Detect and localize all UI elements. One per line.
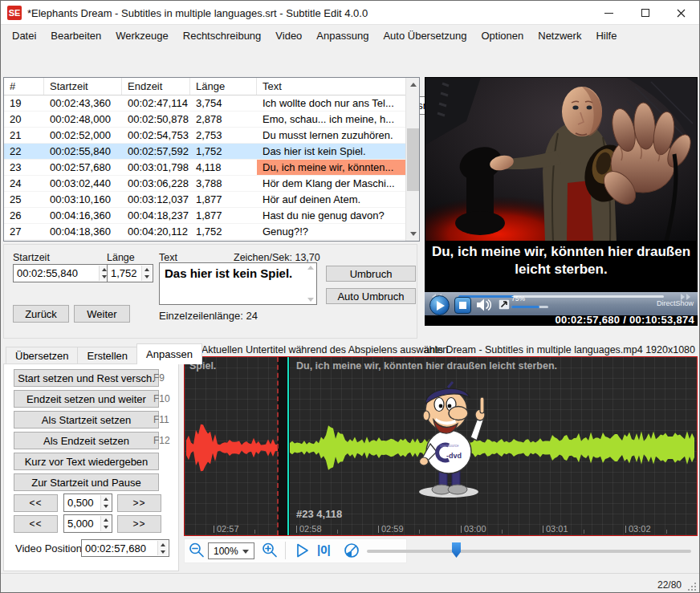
play-button[interactable]: [429, 295, 450, 315]
video-subtitle-overlay: Du, ich meine wir, könnten hier draußen …: [425, 243, 698, 279]
video-controls: 75% DirectShow: [425, 292, 698, 315]
time-tick: 03:00: [461, 524, 486, 534]
waveform-zoom-select[interactable]: 100%: [208, 542, 254, 559]
minimize-button[interactable]: [591, 1, 627, 25]
small-step-input[interactable]: 0,500: [63, 493, 112, 512]
set-start-button[interactable]: Als Startzeit setzen: [14, 411, 159, 429]
col-duration[interactable]: Länge: [190, 78, 257, 95]
menu-auto-uebersetzung[interactable]: Auto Übersetzung: [376, 26, 474, 45]
renderer-label: DirectShow: [657, 299, 694, 307]
large-step-input[interactable]: 5,000: [63, 514, 112, 533]
duration-input[interactable]: 1,752: [107, 264, 153, 282]
menu-video[interactable]: Video: [268, 26, 309, 45]
menu-bearbeiten[interactable]: Bearbeiten: [43, 26, 108, 45]
close-icon: [677, 9, 686, 18]
hotkey-label: F10: [153, 390, 174, 408]
svg-text:opensource: opensource: [440, 444, 459, 448]
table-row[interactable]: 2000:02:48,00000:02:50,8782,878Emo, scha…: [4, 112, 419, 128]
video-seek-bar[interactable]: [458, 295, 664, 298]
menu-datei[interactable]: Datei: [5, 26, 43, 45]
col-end[interactable]: Endzeit: [122, 78, 190, 95]
play-before-text-button[interactable]: Kurz vor Text wiedergeben: [14, 453, 159, 470]
table-row[interactable]: 2400:03:02,44000:03:06,2283,788Hör dem K…: [4, 176, 419, 192]
list-scrollbar[interactable]: [405, 78, 419, 241]
status-bar: 22/80: [1, 573, 699, 593]
col-start[interactable]: Startzeit: [44, 78, 122, 95]
table-row[interactable]: 2500:03:10,16000:03:12,0371,877Hör auf d…: [4, 192, 419, 208]
maximize-button[interactable]: [627, 1, 663, 25]
menu-hilfe[interactable]: Hilfe: [588, 26, 624, 45]
go-to-start-pause-button[interactable]: Zur Startzeit und Pause: [14, 473, 159, 491]
previous-button[interactable]: Zurück: [13, 305, 69, 323]
resize-grip[interactable]: [694, 589, 696, 591]
title-bar: SE *Elephants Dream - Subtitles in multi…: [1, 1, 699, 25]
step-forward-small-button[interactable]: >>: [117, 494, 161, 512]
menu-rechtschreibung[interactable]: Rechtschreibung: [176, 26, 269, 45]
tab-uebersetzen[interactable]: Übersetzen: [6, 347, 78, 364]
spinner[interactable]: [100, 516, 111, 531]
menu-werkzeuge[interactable]: Werkzeuge: [108, 26, 176, 45]
table-row[interactable]: 2600:04:16,36000:04:18,2371,877Hast du n…: [4, 208, 419, 224]
stop-button[interactable]: [454, 297, 471, 314]
chars-per-second-label: Zeichen/Sek: 13,70: [234, 252, 320, 263]
separator: [285, 542, 286, 559]
hotkey-label: F12: [153, 432, 174, 449]
set-start-shift-rest-button[interactable]: Start setzen und Rest versch.: [14, 369, 159, 387]
scroll-down-icon[interactable]: [406, 227, 420, 241]
app-icon: SE: [7, 6, 22, 20]
video-frame[interactable]: [425, 77, 698, 242]
textarea-scrollbar[interactable]: [305, 264, 315, 303]
step-forward-large-button[interactable]: >>: [117, 515, 161, 533]
video-time-label: 00:02:57,680 / 00:10:53,874: [425, 315, 698, 326]
hotkey-label: F9: [153, 369, 174, 387]
volume-button[interactable]: [476, 299, 492, 311]
subtitle-position-counter: 22/80: [657, 579, 682, 591]
tab-erstellen[interactable]: Erstellen: [77, 347, 137, 364]
mascot-watermark: -dvd opensource: [406, 378, 490, 498]
spinner[interactable]: [157, 541, 168, 555]
auto-wrap-button[interactable]: Auto Umbruch: [326, 288, 416, 304]
next-button[interactable]: Weiter: [74, 305, 130, 323]
step-back-large-button[interactable]: <<: [14, 515, 58, 533]
table-row[interactable]: 2700:04:18,36000:04:20,1121,752Genug?!?: [4, 224, 419, 240]
start-time-input[interactable]: 00:02:55,840: [13, 264, 111, 282]
fullscreen-button[interactable]: [499, 299, 510, 310]
zoom-out-button[interactable]: [188, 542, 206, 559]
subtitle-end-line[interactable]: [277, 357, 279, 535]
table-row[interactable]: 2300:02:57,68000:03:01,7984,118Du, ich m…: [4, 160, 419, 176]
play-one-second-button[interactable]: |0|: [317, 542, 331, 556]
video-position-label: Video Position:: [15, 542, 85, 554]
spinner[interactable]: [100, 495, 111, 510]
set-end-button[interactable]: Als Endzeit setzen: [14, 432, 159, 449]
toolbar: ? Format SubRip (.srt) Kodierung UTF-8 w…: [1, 47, 699, 75]
menu-netzwerk[interactable]: Netzwerk: [531, 26, 588, 45]
playback-speed-button[interactable]: [343, 542, 360, 559]
spinner[interactable]: [141, 266, 152, 281]
scroll-up-icon[interactable]: [406, 78, 420, 91]
playhead-line[interactable]: [287, 357, 289, 535]
menu-optionen[interactable]: Optionen: [474, 26, 531, 45]
col-text[interactable]: Text: [257, 78, 419, 95]
step-back-small-button[interactable]: <<: [14, 494, 58, 512]
waveform-panel[interactable]: Spiel. Du, ich meine wir, könnten hier d…: [184, 356, 698, 536]
tab-bar: Übersetzen Erstellen Anpassen: [6, 343, 201, 364]
table-row[interactable]: 1900:02:43,36000:02:47,1143,754Ich wollt…: [4, 95, 419, 112]
menu-anpassung[interactable]: Anpassung: [309, 26, 376, 45]
play-waveform-button[interactable]: [293, 542, 311, 559]
scrollbar-thumb[interactable]: [407, 128, 419, 191]
video-position-input[interactable]: 00:02:57,680: [81, 539, 169, 557]
slider-thumb[interactable]: [452, 542, 461, 558]
table-row[interactable]: 2100:02:52,00000:02:54,7532,753Du musst …: [4, 128, 419, 144]
table-row-selected[interactable]: 2200:02:55,84000:02:57,5921,752Das hier …: [4, 144, 419, 160]
volume-slider[interactable]: [511, 306, 548, 308]
wrap-button[interactable]: Umbruch: [326, 266, 416, 282]
subtitle-list: # Startzeit Endzeit Länge Text 1900:02:4…: [3, 77, 420, 242]
close-button[interactable]: [663, 1, 699, 25]
subtitle-text-input[interactable]: Das hier ist kein Spiel.: [159, 262, 317, 305]
col-number[interactable]: #: [4, 78, 44, 95]
window-title: *Elephants Dream - Subtitles in multiple…: [27, 7, 368, 19]
waveform-position-slider[interactable]: [367, 550, 691, 553]
tab-anpassen[interactable]: Anpassen: [136, 343, 202, 364]
set-end-next-button[interactable]: Endzeit setzen und weiter: [14, 390, 159, 408]
zoom-in-button[interactable]: [261, 542, 279, 559]
